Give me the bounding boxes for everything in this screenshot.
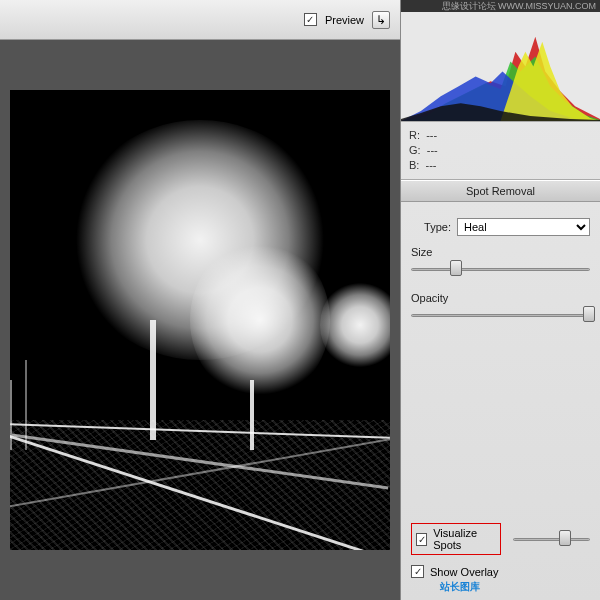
type-select[interactable]: Heal bbox=[457, 218, 590, 236]
preview-label: Preview bbox=[325, 14, 364, 26]
visualize-spots-checkbox[interactable]: ✓ bbox=[416, 533, 427, 546]
export-icon[interactable]: ↳ bbox=[372, 11, 390, 29]
show-overlay-checkbox[interactable]: ✓ bbox=[411, 565, 424, 578]
type-label: Type: bbox=[411, 221, 451, 233]
histogram[interactable] bbox=[401, 12, 600, 122]
preview-checkbox[interactable]: ✓ bbox=[304, 13, 317, 26]
rgb-readout: R: --- G: --- B: --- bbox=[401, 122, 600, 180]
visualize-spots-label: Visualize Spots bbox=[433, 527, 496, 551]
opacity-slider[interactable] bbox=[411, 308, 590, 322]
watermark-top: 思缘设计论坛 WWW.MISSYUAN.COM bbox=[401, 0, 600, 12]
preview-canvas[interactable] bbox=[0, 40, 400, 600]
image-preview bbox=[10, 90, 390, 550]
visualize-spots-slider[interactable] bbox=[513, 532, 590, 546]
show-overlay-label: Show Overlay bbox=[430, 566, 498, 578]
size-label: Size bbox=[411, 246, 590, 258]
size-slider[interactable] bbox=[411, 262, 590, 276]
opacity-label: Opacity bbox=[411, 292, 590, 304]
spot-removal-header[interactable]: Spot Removal bbox=[401, 180, 600, 202]
